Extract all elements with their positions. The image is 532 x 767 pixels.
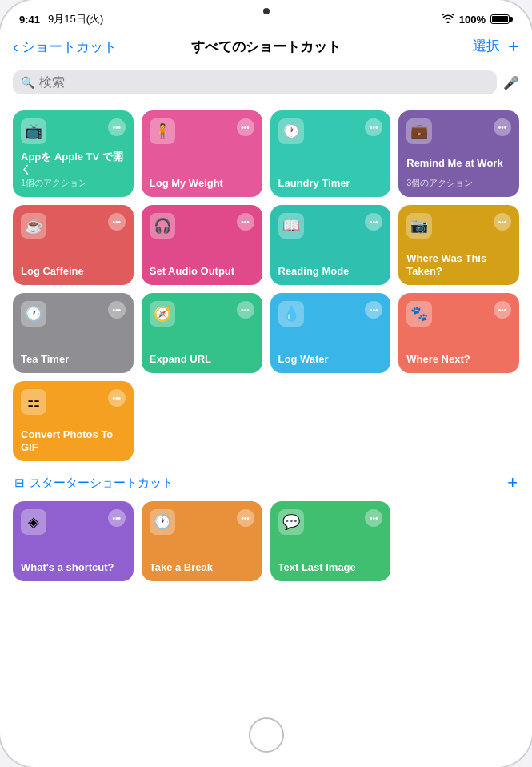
card-icon: 🐾 <box>406 301 432 327</box>
card-icon: 💧 <box>278 301 304 327</box>
device-frame: 9:41 9月15日(火) 100% <box>0 0 532 767</box>
card-top: 🕐••• <box>278 118 383 144</box>
card-more-button[interactable]: ••• <box>108 213 126 231</box>
card-title: Tea Timer <box>21 353 126 366</box>
card-more-button[interactable]: ••• <box>365 509 382 527</box>
card-top: 🕐••• <box>21 301 126 327</box>
card-subtitle: 3個のアクション <box>406 177 511 189</box>
card-title: What's a shortcut? <box>21 561 126 574</box>
shortcut-card-where-next[interactable]: 🐾•••Where Next? <box>398 293 519 373</box>
shortcut-card-log-caffeine[interactable]: ☕•••Log Caffeine <box>13 205 134 285</box>
card-icon: ⚏ <box>21 389 46 415</box>
card-more-button[interactable]: ••• <box>108 118 126 136</box>
card-icon: 💼 <box>406 118 432 144</box>
card-subtitle: 1個のアクション <box>21 177 126 189</box>
card-more-button[interactable]: ••• <box>494 118 511 136</box>
search-bar: 🔍 🎤 <box>0 64 532 101</box>
card-icon: 💬 <box>278 509 304 535</box>
card-top: 🎧••• <box>150 213 254 239</box>
status-time: 9:41 <box>19 14 40 26</box>
nav-back[interactable]: ‹ ショートカット <box>13 38 117 56</box>
shortcut-card-reading-mode[interactable]: 📖•••Reading Mode <box>270 205 391 285</box>
shortcut-card-take-a-break[interactable]: 🕐•••Take a Break <box>142 501 262 581</box>
card-title: Appを Apple TV で開く <box>21 151 126 175</box>
card-icon: 🕐 <box>21 301 46 327</box>
shortcut-card-log-water[interactable]: 💧•••Log Water <box>270 293 391 373</box>
shortcuts-grid: 📺•••Appを Apple TV で開く1個のアクション🧍•••Log My … <box>13 110 519 461</box>
card-title: Take a Break <box>150 561 254 574</box>
card-more-button[interactable]: ••• <box>365 213 382 231</box>
shortcut-card-log-my-weight[interactable]: 🧍•••Log My Weight <box>142 110 262 197</box>
search-icon: 🔍 <box>21 76 34 89</box>
card-icon: ☕ <box>21 213 46 239</box>
card-title: Text Last Image <box>278 561 383 574</box>
home-button[interactable] <box>249 717 284 753</box>
card-title: Reading Mode <box>278 265 383 278</box>
shortcut-card-text-last-image[interactable]: 💬•••Text Last Image <box>270 501 391 581</box>
shortcut-card-expand-url[interactable]: 🧭•••Expand URL <box>142 293 262 373</box>
card-more-button[interactable]: ••• <box>237 301 254 319</box>
shortcut-card-laundry-timer[interactable]: 🕐•••Laundry Timer <box>270 110 391 197</box>
nav-back-label[interactable]: ショートカット <box>22 38 117 56</box>
card-title: Expand URL <box>150 353 254 366</box>
search-input[interactable] <box>39 75 489 90</box>
card-more-button[interactable]: ••• <box>108 301 126 319</box>
starter-section-header: ⊟ スターターショートカット + <box>13 472 519 493</box>
folder-icon: ⊟ <box>14 476 25 490</box>
shortcut-card-whats-a-shortcut[interactable]: ◈•••What's a shortcut? <box>13 501 134 581</box>
starter-section-title-left: ⊟ スターターショートカット <box>14 476 174 491</box>
card-more-button[interactable]: ••• <box>494 213 511 231</box>
card-top: 📺••• <box>21 118 126 144</box>
camera-notch <box>263 8 270 14</box>
status-bar: 9:41 9月15日(火) 100% <box>0 0 532 29</box>
card-title: Remind Me at Work <box>406 157 511 170</box>
card-more-button[interactable]: ••• <box>108 389 126 407</box>
nav-add-button[interactable]: + <box>508 37 519 56</box>
card-top: 💧••• <box>278 301 383 327</box>
shortcut-card-convert-photos-gif[interactable]: ⚏•••Convert Photos To GIF <box>13 381 134 461</box>
battery-label: 100% <box>459 14 486 26</box>
card-top: 🕐••• <box>150 509 254 535</box>
card-top: 💬••• <box>278 509 383 535</box>
shortcut-card-app-apple-tv[interactable]: 📺•••Appを Apple TV で開く1個のアクション <box>13 110 134 197</box>
wifi-icon <box>442 14 454 26</box>
card-icon: ◈ <box>21 509 46 535</box>
card-icon: 📷 <box>406 213 432 239</box>
shortcut-card-tea-timer[interactable]: 🕐•••Tea Timer <box>13 293 134 373</box>
card-title: Where Next? <box>406 353 511 366</box>
search-input-wrap[interactable]: 🔍 <box>13 70 497 94</box>
card-top: 📖••• <box>278 213 383 239</box>
card-more-button[interactable]: ••• <box>237 118 254 136</box>
card-top: ⚏••• <box>21 389 126 415</box>
card-title: Log My Weight <box>150 177 254 190</box>
card-top: 🧭••• <box>150 301 254 327</box>
card-title: Convert Photos To GIF <box>21 428 126 453</box>
card-more-button[interactable]: ••• <box>494 301 511 319</box>
card-icon: 🕐 <box>150 509 175 535</box>
card-title: Log Caffeine <box>21 265 126 278</box>
card-icon: 📺 <box>21 118 46 144</box>
shortcut-card-set-audio-output[interactable]: 🎧•••Set Audio Output <box>142 205 262 285</box>
shortcut-card-remind-me-at-work[interactable]: 💼•••Remind Me at Work3個のアクション <box>398 110 519 197</box>
shortcut-card-where-was-this-taken[interactable]: 📷•••Where Was This Taken? <box>398 205 519 285</box>
starter-grid: ◈•••What's a shortcut?🕐•••Take a Break💬•… <box>13 501 519 581</box>
card-icon: 🧍 <box>150 118 175 144</box>
card-icon: 🎧 <box>150 213 175 239</box>
card-more-button[interactable]: ••• <box>237 213 254 231</box>
card-icon: 📖 <box>278 213 304 239</box>
card-icon: 🕐 <box>278 118 304 144</box>
card-top: 💼••• <box>406 118 511 144</box>
card-top: 🧍••• <box>150 118 254 144</box>
card-title: Set Audio Output <box>150 265 254 278</box>
battery-icon <box>490 14 513 24</box>
card-more-button[interactable]: ••• <box>237 509 254 527</box>
card-more-button[interactable]: ••• <box>365 301 382 319</box>
starter-add-button[interactable]: + <box>507 472 518 493</box>
nav-select-button[interactable]: 選択 <box>473 37 500 56</box>
card-title: Log Water <box>278 353 383 366</box>
card-more-button[interactable]: ••• <box>365 118 382 136</box>
nav-title: すべてのショートカット <box>191 38 341 56</box>
nav-bar: ‹ ショートカット 選択 + すべてのショートカット <box>0 29 532 64</box>
mic-icon[interactable]: 🎤 <box>503 75 519 90</box>
card-more-button[interactable]: ••• <box>108 509 126 527</box>
